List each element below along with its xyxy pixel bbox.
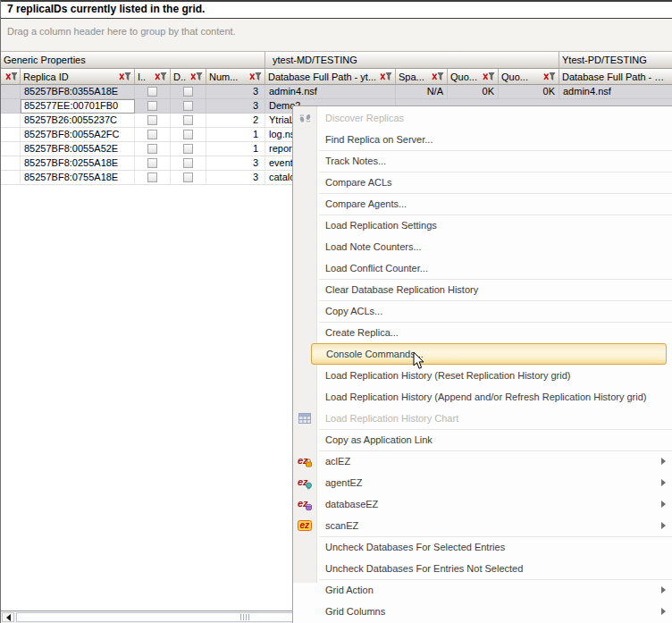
scrollbar-left-arrow[interactable]: [2, 612, 14, 622]
column-header-db-path-md[interactable]: Database Full Path - yt...: [265, 69, 396, 85]
replica-id-cell[interactable]: 85257BF8:0355A18E: [21, 85, 135, 99]
filter-icon[interactable]: [190, 72, 203, 81]
checkbox[interactable]: [183, 101, 193, 111]
db-path-pd-cell[interactable]: admin4.nsf: [559, 85, 672, 99]
checkbox[interactable]: [147, 101, 157, 111]
num-cell[interactable]: 3: [206, 85, 265, 99]
checkbox[interactable]: [183, 158, 193, 168]
checkbox[interactable]: [147, 158, 157, 168]
checkbox-cell[interactable]: [171, 128, 206, 142]
checkbox-cell[interactable]: [135, 156, 171, 171]
menu-item-create-replica[interactable]: Create Replica...: [293, 322, 672, 343]
checkbox[interactable]: [147, 115, 157, 125]
filter-icon[interactable]: [543, 72, 556, 81]
checkbox-cell[interactable]: [135, 85, 171, 99]
menu-item-load-note-counters[interactable]: Load Note Counters...: [293, 236, 672, 257]
space-cell[interactable]: N/A: [396, 85, 448, 99]
menu-item-console-commands[interactable]: Console Commands...: [311, 343, 667, 365]
row-indicator-cell[interactable]: [1, 99, 21, 114]
checkbox[interactable]: [183, 173, 193, 182]
quota-cell[interactable]: 0K: [448, 85, 499, 99]
replica-id-cell[interactable]: 85257B26:0055237C: [21, 114, 135, 128]
filter-icon[interactable]: [380, 72, 392, 81]
num-cell[interactable]: 3: [206, 99, 265, 114]
checkbox-cell[interactable]: [135, 99, 171, 114]
menu-item-grid-action[interactable]: Grid Action: [293, 579, 672, 601]
num-cell[interactable]: 3: [206, 156, 265, 171]
menu-item-aclez[interactable]: ez aclEZ: [293, 450, 672, 472]
checkbox-cell[interactable]: [135, 114, 171, 128]
checkbox[interactable]: [147, 173, 157, 182]
menu-item-grid-columns[interactable]: Grid Columns: [293, 601, 672, 622]
num-cell[interactable]: 3: [206, 171, 265, 185]
menu-item-find-replica-on-server[interactable]: Find Replica on Server...: [293, 129, 672, 150]
replica-id-cell[interactable]: 85257BF8:0055A2FC: [21, 128, 135, 142]
row-indicator-cell[interactable]: [1, 171, 21, 185]
replica-id-cell[interactable]: 85257BF8:0755A18E: [21, 171, 135, 185]
menu-item-load-replication-history-reset[interactable]: Load Replication History (Reset Replicat…: [293, 365, 672, 386]
menu-item-load-conflict-counter[interactable]: Load Conflict Counter...: [293, 257, 672, 279]
column-header-space[interactable]: Spa...: [396, 69, 448, 85]
menu-item-compare-acls[interactable]: Compare ACLs: [293, 172, 672, 193]
checkbox-cell[interactable]: [135, 171, 171, 185]
filter-icon[interactable]: [119, 72, 131, 81]
column-header-num[interactable]: Num...: [206, 69, 265, 85]
checkbox[interactable]: [147, 130, 157, 139]
checkbox-cell[interactable]: [135, 142, 171, 156]
filter-icon[interactable]: [5, 72, 18, 81]
menu-item-load-replication-settings[interactable]: Load Replication Settings: [293, 215, 672, 236]
checkbox-cell[interactable]: [171, 156, 206, 171]
menu-item-uncheck-not-selected[interactable]: Uncheck Databases For Entries Not Select…: [293, 558, 672, 579]
replica-id-cell[interactable]: 85257BF8:0255A18E: [21, 156, 135, 171]
group-header-ytest-md[interactable]: ytest-MD/TESTING: [265, 52, 559, 69]
group-header-generic[interactable]: Generic Properties: [1, 52, 265, 69]
column-header-quota-1[interactable]: Quo...: [448, 69, 499, 85]
checkbox[interactable]: [147, 87, 157, 97]
replica-id-cell-editing[interactable]: 852577EE:00701FB0: [21, 99, 135, 114]
menu-item-load-replication-history-append[interactable]: Load Replication History (Append and/or …: [293, 386, 672, 408]
column-header-replica-id[interactable]: Replica ID: [21, 69, 135, 85]
column-header-d[interactable]: D..: [171, 69, 206, 85]
checkbox[interactable]: [147, 144, 157, 154]
menu-item-scanez[interactable]: ez scanEZ: [293, 515, 672, 536]
column-header-db-path-pd[interactable]: Database Full Path - Yt...: [559, 69, 672, 85]
num-cell[interactable]: 2: [206, 114, 265, 128]
checkbox[interactable]: [183, 144, 193, 154]
checkbox[interactable]: [183, 87, 193, 97]
checkbox[interactable]: [183, 115, 193, 125]
table-row[interactable]: 85257BF8:0355A18E 3 admin4.nsf N/A 0K 0K…: [1, 85, 672, 99]
row-indicator-cell[interactable]: [1, 114, 21, 128]
checkbox-cell[interactable]: [171, 85, 206, 99]
checkbox-cell[interactable]: [171, 99, 206, 114]
num-cell[interactable]: 1: [206, 128, 265, 142]
menu-item-track-notes[interactable]: Track Notes...: [293, 150, 672, 172]
column-header-i[interactable]: I..: [135, 69, 171, 85]
row-indicator-cell[interactable]: [1, 156, 21, 171]
db-path-md-cell[interactable]: admin4.nsf: [265, 85, 396, 99]
menu-item-uncheck-selected[interactable]: Uncheck Databases For Selected Entries: [293, 536, 672, 558]
replica-id-cell[interactable]: 85257BF8:0055A52E: [21, 142, 135, 156]
num-cell[interactable]: 1: [206, 142, 265, 156]
menu-item-copy-as-application-link[interactable]: Copy as Application Link: [293, 429, 672, 450]
menu-item-agentez[interactable]: ez agentEZ: [293, 472, 672, 493]
checkbox-cell[interactable]: [135, 128, 171, 142]
menu-item-copy-acls[interactable]: Copy ACLs...: [293, 300, 672, 322]
row-indicator-cell[interactable]: [1, 142, 21, 156]
checkbox-cell[interactable]: [171, 171, 206, 185]
checkbox[interactable]: [183, 130, 193, 139]
menu-item-databaseez[interactable]: ez databaseEZ: [293, 493, 672, 515]
column-header-quota-2[interactable]: Quo...: [499, 69, 559, 85]
quota-cell[interactable]: 0K: [499, 85, 559, 99]
menu-item-compare-agents[interactable]: Compare Agents...: [293, 193, 672, 215]
menu-item-clear-database-replication-history[interactable]: Clear Database Replication History: [293, 279, 672, 300]
filter-icon[interactable]: [483, 72, 495, 81]
row-indicator-cell[interactable]: [1, 85, 21, 99]
filter-icon[interactable]: [249, 72, 262, 81]
checkbox-cell[interactable]: [171, 142, 206, 156]
filter-icon[interactable]: [155, 72, 167, 81]
filter-icon[interactable]: [432, 72, 444, 81]
checkbox-cell[interactable]: [171, 114, 206, 128]
column-header-row-indicator[interactable]: [1, 69, 21, 85]
group-by-drop-zone[interactable]: Drag a column header here to group by th…: [1, 19, 672, 52]
row-indicator-cell[interactable]: [1, 128, 21, 142]
